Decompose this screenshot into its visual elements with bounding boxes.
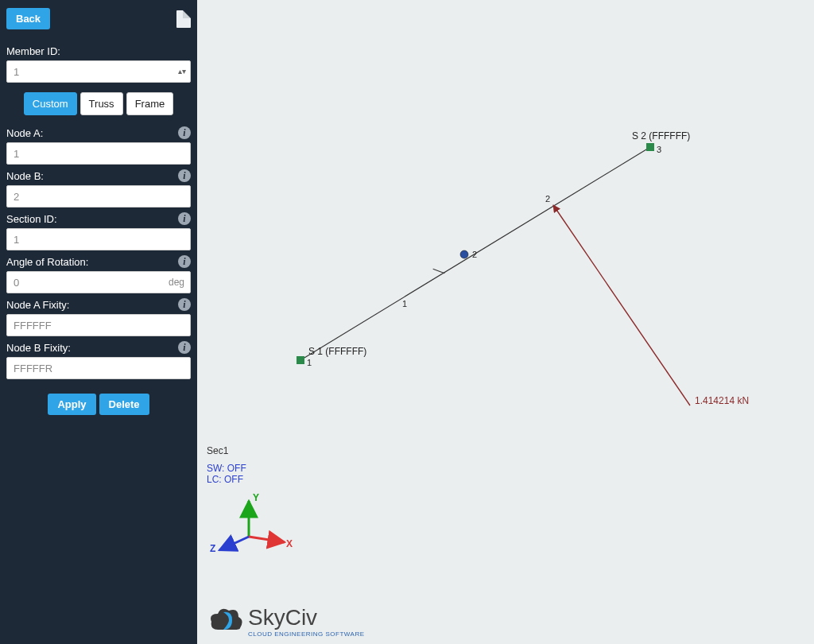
axis-z-label: Z [210,543,215,554]
brand-name: SkyCiv [248,605,365,630]
node-b-label: Node B: [6,170,44,182]
node-b-label-row: Node B: i [6,169,191,182]
node-a-input[interactable] [6,142,191,165]
angle-input[interactable] [6,271,191,293]
action-row: Apply Delete [6,394,191,415]
type-truss-button[interactable]: Truss [80,92,123,115]
load-label: 1.414214 kN [695,395,749,406]
brand-subtitle: CLOUD ENGINEERING SOFTWARE [248,630,365,638]
angle-label-row: Angle of Rotation: i [6,255,191,268]
node-1[interactable] [297,356,304,364]
node-a-label: Node A: [6,127,43,139]
load-arrow[interactable] [553,205,690,405]
cloud-icon [208,606,243,638]
fixity-a-label: Node A Fixity: [6,299,69,311]
angle-label: Angle of Rotation: [6,256,88,268]
apply-button[interactable]: Apply [48,394,95,415]
member-type-row: Custom Truss Frame [6,92,191,115]
fixity-b-label: Node B Fixity: [6,342,71,354]
info-icon[interactable]: i [178,341,191,354]
member-id-label: Member ID: [6,45,60,57]
node-3-id: 3 [657,145,661,154]
node-1-support-label: S 1 (FFFFFF) [308,346,366,357]
fixity-b-input[interactable] [6,357,191,379]
delete-button[interactable]: Delete [99,394,149,415]
section-id-input[interactable] [6,228,191,250]
member-1-label: 1 [402,299,407,308]
brand-logo: SkyCiv CLOUD ENGINEERING SOFTWARE [208,605,365,638]
node-3-support-label: S 2 (FFFFFF) [632,130,690,142]
node-a-label-row: Node A: i [6,126,191,139]
back-button[interactable]: Back [6,8,50,29]
type-frame-button[interactable]: Frame [126,92,174,115]
info-icon[interactable]: i [178,169,191,182]
axis-x-icon [249,537,285,542]
node-b-input[interactable] [6,185,191,208]
sidebar: Back Member ID: ▴▾ Custom Truss Frame No… [0,0,197,644]
fixity-a-input[interactable] [6,314,191,336]
info-icon[interactable]: i [178,298,191,311]
axis-gizmo[interactable]: Y X Z [205,493,293,564]
info-icon[interactable]: i [178,212,191,225]
sw-status: SW: OFF [207,463,246,474]
sidebar-top-row: Back [6,8,191,29]
axis-y-label: Y [253,493,259,503]
node-3[interactable] [646,143,654,151]
info-icon[interactable]: i [178,255,191,268]
member-id-input[interactable] [6,60,191,83]
section-legend: Sec1 [207,445,246,456]
section-id-label-row: Section ID: i [6,212,191,225]
node-2-id: 2 [472,250,477,259]
info-icon[interactable]: i [178,126,191,139]
axis-x-label: X [286,538,293,549]
member-2-label: 2 [545,194,550,204]
member-id-select[interactable]: ▴▾ [6,60,191,83]
member-id-label-row: Member ID: [6,45,191,57]
node-1-id: 1 [307,358,312,367]
fixity-b-label-row: Node B Fixity: i [6,341,191,354]
section-id-label: Section ID: [6,213,57,225]
fixity-a-label-row: Node A Fixity: i [6,298,191,311]
axis-z-icon [219,537,249,550]
document-icon[interactable] [176,10,191,28]
node-2[interactable] [460,250,468,258]
lc-status: LC: OFF [207,474,246,485]
status-box: Sec1 SW: OFF LC: OFF [207,445,246,485]
model-canvas[interactable]: 1 S 1 (FFFFFF) 2 3 S 2 (FFFFFF) 1 2 1.41… [197,0,814,644]
type-custom-button[interactable]: Custom [24,92,77,115]
